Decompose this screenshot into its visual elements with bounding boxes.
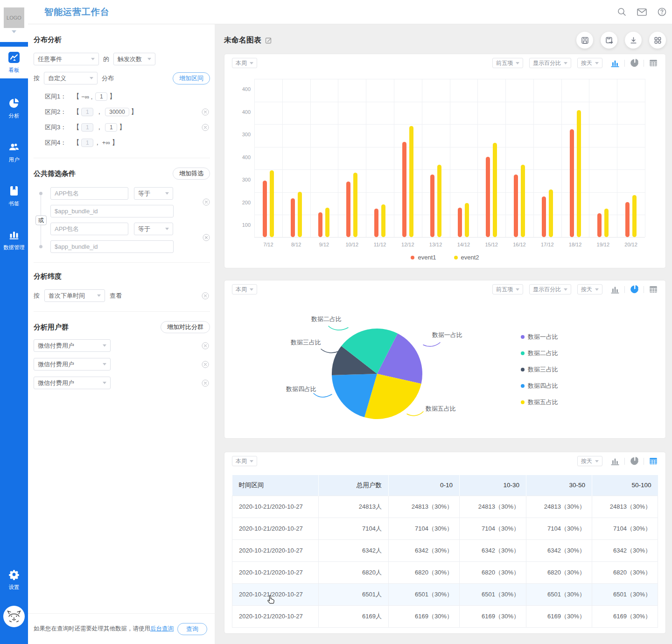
filter-value-input[interactable] (50, 240, 174, 253)
percent-select[interactable]: 显示百分比 (529, 58, 571, 68)
topbar-icons (617, 7, 667, 17)
table-cell: 2020-10-21/2020-10-27 (232, 561, 319, 583)
remove-cohort-icon[interactable] (202, 379, 209, 387)
interval-row-1: 区间1：【−∞ ,1】 (34, 91, 210, 102)
filter-value-input[interactable] (50, 205, 174, 217)
analysis-config-panel: 分布分析 任意事件 的 触发次数 按 自定义 分布 增加区间 区间1：【−∞ ,… (28, 24, 215, 644)
table-row[interactable]: 2020-10-21/2020-10-2724813人24813（30%）248… (232, 496, 658, 518)
bar-event2 (437, 165, 441, 237)
avatar[interactable] (3, 606, 25, 627)
period-select[interactable]: 本周 (232, 284, 257, 294)
table-view-icon[interactable] (649, 58, 658, 68)
granularity-select[interactable]: 按天 (577, 284, 602, 294)
mail-icon[interactable] (637, 7, 647, 17)
table-view-icon[interactable] (649, 285, 658, 294)
filter-operator-select[interactable]: 等于 (134, 187, 173, 200)
sidebar-item-analysis[interactable]: 分析 (0, 92, 28, 124)
granularity-select[interactable]: 按天 (577, 58, 602, 68)
cohort-select[interactable]: 微信付费用户 (34, 339, 111, 352)
table-cell: 6501（30%） (460, 583, 526, 605)
background-query-link[interactable]: 后台查询 (150, 625, 174, 633)
interval-list: 区间1：【−∞ ,1】区间2：【1，30000】区间3：【1，1】区间4：【1，… (34, 91, 210, 148)
bar-view-icon[interactable] (610, 58, 620, 68)
bar-event1 (402, 142, 406, 237)
table-header-cell: 10-30 (460, 475, 526, 496)
edit-title-icon[interactable] (265, 37, 272, 44)
pie-view-icon[interactable] (630, 285, 639, 294)
legend-item[interactable]: 数据五占比 (521, 398, 558, 406)
percent-select[interactable]: 显示百分比 (529, 284, 571, 294)
event-select[interactable]: 任意事件 (34, 53, 99, 65)
distribution-label: 分布 (102, 74, 114, 83)
period-select[interactable]: 本周 (232, 58, 257, 68)
bar-event2 (353, 173, 357, 237)
pie-callout-label: 数据五占比 (426, 405, 456, 413)
chart-actions (576, 32, 666, 49)
sidebar-item-users[interactable]: 用户 (0, 136, 28, 168)
connector-dot (39, 245, 42, 248)
sidebar-item-settings[interactable]: 设置 (0, 564, 28, 595)
table-row[interactable]: 2020-10-21/2020-10-276501人6501（30%）6501（… (232, 583, 658, 605)
sidebar-item-data-management[interactable]: 数据管理 (0, 224, 28, 256)
sidebar-item-bookmarks[interactable]: 书签 (0, 180, 28, 212)
remove-interval-icon[interactable] (202, 108, 209, 116)
table-row[interactable]: 2020-10-21/2020-10-276169人6169（30%）6169（… (232, 605, 658, 627)
save-as-button[interactable] (601, 32, 617, 49)
bar-view-icon[interactable] (610, 456, 620, 466)
add-to-dashboard-button[interactable] (649, 32, 666, 49)
line-chart-icon (8, 51, 20, 63)
interval-value-box[interactable]: 1 (81, 139, 93, 147)
open-bracket: 【 (73, 123, 79, 132)
panel-title: 分布分析 (34, 35, 210, 44)
cohort-select-value: 微信付费用户 (38, 379, 74, 387)
cohort-select[interactable]: 微信付费用户 (34, 377, 111, 389)
table-view-icon[interactable] (649, 456, 658, 466)
remove-cohort-icon[interactable] (202, 342, 209, 350)
open-bracket: 【 (73, 139, 79, 147)
distribution-mode-select[interactable]: 自定义 (44, 72, 98, 84)
pie-view-icon[interactable] (630, 58, 639, 68)
interval-value-box[interactable]: 30000 (105, 108, 129, 116)
chevron-down-icon (90, 77, 93, 79)
interval-value-box[interactable]: 1 (81, 108, 93, 116)
legend-item[interactable]: 数据二占比 (521, 349, 558, 357)
cohort-select[interactable]: 微信付费用户 (34, 358, 111, 371)
remove-dimension-icon[interactable] (202, 292, 209, 300)
remove-cohort-icon[interactable] (202, 361, 209, 368)
query-button[interactable]: 查询 (177, 623, 207, 635)
table-row[interactable]: 2020-10-21/2020-10-276820人6820（30%）6820（… (232, 561, 658, 583)
table-row[interactable]: 2020-10-21/2020-10-276342人6342（30%）6342（… (232, 539, 658, 561)
granularity-select[interactable]: 按天 (577, 456, 602, 466)
interval-value-box[interactable]: 1 (95, 92, 107, 101)
help-icon[interactable] (657, 7, 667, 17)
save-button[interactable] (576, 32, 593, 49)
search-icon[interactable] (617, 7, 627, 17)
filter-field-input[interactable] (50, 187, 128, 200)
add-interval-button[interactable]: 增加区间 (173, 72, 210, 84)
add-cohort-button[interactable]: 增加对比分群 (161, 321, 210, 333)
pie-view-icon[interactable] (630, 456, 639, 466)
sidebar-item-dashboard[interactable]: 看板 (0, 47, 28, 78)
bar-view-icon[interactable] (610, 285, 620, 294)
download-button[interactable] (625, 32, 642, 49)
logo[interactable]: LOGO (0, 0, 28, 42)
legend-item[interactable]: 数据四占比 (521, 382, 558, 390)
interval-value-box[interactable]: 1 (81, 123, 93, 132)
of-label: 的 (103, 55, 109, 63)
remove-interval-icon[interactable] (202, 124, 209, 131)
top-n-select[interactable]: 前五项 (492, 58, 523, 68)
table-row[interactable]: 2020-10-21/2020-10-277104人7104（30%）7104（… (232, 518, 658, 539)
period-select[interactable]: 本周 (232, 456, 257, 466)
dimension-select[interactable]: 首次下单时间 (44, 289, 105, 302)
bar-event2 (521, 165, 525, 237)
filter-operator-select[interactable]: 等于 (134, 223, 173, 235)
y-tick-label: 300 (232, 132, 251, 137)
add-filter-button[interactable]: 增加筛选 (173, 168, 210, 180)
filter-field-input[interactable] (50, 223, 128, 235)
interval-value-box[interactable]: 1 (105, 123, 117, 132)
top-n-select[interactable]: 前五项 (492, 284, 523, 294)
chevron-down-icon (165, 192, 169, 195)
legend-item[interactable]: 数据三占比 (521, 365, 558, 374)
metric-select[interactable]: 触发次数 (113, 53, 155, 65)
legend-item[interactable]: 数据一占比 (521, 333, 558, 341)
